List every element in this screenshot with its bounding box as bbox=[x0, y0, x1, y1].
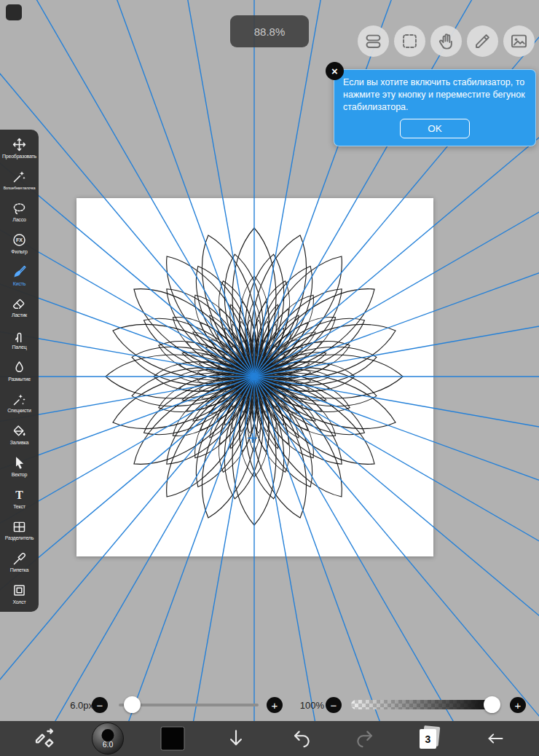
sidebar-item-label: Размытие bbox=[8, 377, 31, 382]
stabilizer-button[interactable] bbox=[467, 25, 498, 57]
sidebar-item-magic-wand[interactable]: Волшебная палочка bbox=[0, 164, 39, 196]
sidebar-item-label: Преобразовать bbox=[2, 154, 36, 159]
vector-icon bbox=[12, 455, 27, 470]
sidebar-item-lasso[interactable]: Лассо bbox=[0, 195, 39, 227]
sidebar-item-label: Вектор bbox=[12, 472, 27, 477]
symmetry-center-handle[interactable] bbox=[247, 433, 258, 444]
sidebar-item-label: Холст bbox=[12, 599, 25, 605]
top-toolbar bbox=[358, 25, 535, 57]
sidebar-item-fill[interactable]: Заливка bbox=[0, 419, 39, 451]
brush-eraser-toggle-icon bbox=[34, 727, 57, 750]
color-swatch-button[interactable] bbox=[161, 727, 185, 751]
capsules-icon bbox=[363, 31, 383, 51]
eraser-icon bbox=[12, 296, 27, 312]
marquee-select-button[interactable] bbox=[394, 25, 425, 57]
sidebar-item-canvas[interactable]: Холст bbox=[0, 578, 39, 610]
hand-icon bbox=[436, 31, 456, 51]
selection-tool-button[interactable] bbox=[358, 25, 389, 57]
bottom-toolbar: 6.0 3 bbox=[0, 721, 539, 756]
hand-tool-button[interactable] bbox=[430, 25, 462, 57]
sidebar-item-label: Спецкисти bbox=[7, 408, 31, 413]
sidebar-item-text[interactable]: TТекст bbox=[0, 482, 39, 514]
brush-size-decrease-button[interactable]: − bbox=[92, 697, 108, 713]
sidebar-item-label: Кисть bbox=[13, 281, 25, 286]
sidebar-item-finger[interactable]: Палец bbox=[0, 323, 39, 355]
back-button[interactable] bbox=[486, 729, 505, 749]
brush-settings-button[interactable]: 6.0 bbox=[92, 722, 124, 755]
magic-wand-icon bbox=[12, 169, 27, 184]
import-image-button[interactable] bbox=[503, 25, 535, 57]
fill-icon bbox=[12, 424, 27, 439]
sidebar-item-label: Ластик bbox=[12, 312, 27, 318]
sidebar-item-vector[interactable]: Вектор bbox=[0, 450, 39, 482]
back-icon bbox=[486, 729, 505, 749]
collapse-panel-button[interactable] bbox=[225, 728, 247, 749]
svg-text:T: T bbox=[15, 489, 23, 501]
opacity-gradient bbox=[351, 700, 489, 709]
layers-count: 3 bbox=[420, 729, 436, 749]
sidebar-item-brush[interactable]: Кисть bbox=[0, 259, 39, 291]
divider-icon bbox=[12, 519, 27, 535]
layers-button[interactable]: 3 bbox=[420, 727, 440, 750]
redo-button[interactable] bbox=[353, 728, 375, 749]
drawing-canvas[interactable] bbox=[76, 198, 433, 556]
sidebar-item-label: Разделитель bbox=[5, 535, 34, 540]
sidebar-item-eraser[interactable]: Ластик bbox=[0, 291, 39, 323]
stabilizer-tooltip: × Если вы хотите включить стабилизатор, … bbox=[334, 69, 536, 146]
zoom-value: 88.8% bbox=[254, 25, 286, 38]
transform-icon bbox=[12, 137, 27, 152]
sidebar-item-label: Палец bbox=[12, 344, 27, 350]
undo-button[interactable] bbox=[291, 728, 313, 749]
brush-size-slider-thumb[interactable] bbox=[124, 696, 141, 713]
blur-icon bbox=[12, 360, 27, 375]
opacity-slider[interactable] bbox=[351, 700, 489, 709]
sidebar-item-label: Волшебная палочка bbox=[4, 186, 36, 190]
sidebar-item-label: Пипетка bbox=[10, 567, 28, 572]
lasso-icon bbox=[12, 201, 27, 216]
svg-text:FX: FX bbox=[16, 237, 23, 243]
current-color-swatch bbox=[161, 727, 185, 751]
brush-size-label: 6.0px bbox=[61, 700, 93, 711]
image-icon bbox=[509, 31, 529, 51]
corner-button[interactable] bbox=[6, 4, 22, 20]
sidebar-item-label: Заливка bbox=[10, 440, 29, 445]
brush-icon bbox=[12, 264, 27, 280]
fx-icon: FX bbox=[12, 232, 27, 248]
down-arrow-icon bbox=[225, 728, 247, 749]
mandala-artwork bbox=[76, 198, 433, 556]
undo-icon bbox=[291, 728, 313, 749]
sidebar-item-divider[interactable]: Разделитель bbox=[0, 514, 39, 546]
brush-preview: 6.0 bbox=[92, 722, 124, 755]
brush-size-increase-button[interactable]: + bbox=[267, 697, 283, 713]
sidebar-item-label: Текст bbox=[13, 504, 25, 509]
redo-icon bbox=[353, 728, 375, 749]
text-icon: T bbox=[12, 487, 27, 503]
sidebar-item-blur[interactable]: Размытие bbox=[0, 355, 39, 387]
dashed-square-icon bbox=[400, 31, 420, 51]
eyedropper-icon bbox=[12, 551, 27, 567]
sidebar-item-label: Фильтр bbox=[11, 249, 27, 254]
opacity-slider-thumb[interactable] bbox=[484, 696, 500, 713]
close-icon[interactable]: × bbox=[326, 62, 344, 80]
opacity-decrease-button[interactable]: − bbox=[326, 697, 342, 713]
opacity-increase-button[interactable]: + bbox=[510, 697, 526, 713]
sidebar-item-eyedropper[interactable]: Пипетка bbox=[0, 546, 39, 578]
layers-icon: 3 bbox=[420, 727, 440, 750]
opacity-label: 100% bbox=[294, 700, 324, 711]
tooltip-message: Если вы хотите включить стабилизатор, то… bbox=[343, 76, 527, 113]
sidebar-item-label: Лассо bbox=[12, 217, 25, 222]
ok-button[interactable]: OK bbox=[400, 119, 470, 138]
brush-eraser-toggle-button[interactable] bbox=[34, 727, 57, 750]
sidebar-item-fx[interactable]: FXФильтр bbox=[0, 227, 39, 259]
canvas-icon bbox=[12, 583, 27, 598]
sidebar-item-transform[interactable]: Преобразовать bbox=[0, 132, 39, 164]
zoom-indicator: 88.8% bbox=[230, 15, 309, 47]
tool-sidebar: ПреобразоватьВолшебная палочкаЛассоFXФил… bbox=[0, 130, 39, 612]
sidebar-item-special-brushes[interactable]: Спецкисти bbox=[0, 387, 39, 419]
ruler-icon bbox=[473, 31, 492, 51]
special-brushes-icon bbox=[12, 392, 27, 407]
finger-icon bbox=[12, 328, 27, 344]
brush-size-value: 6.0 bbox=[93, 740, 123, 749]
